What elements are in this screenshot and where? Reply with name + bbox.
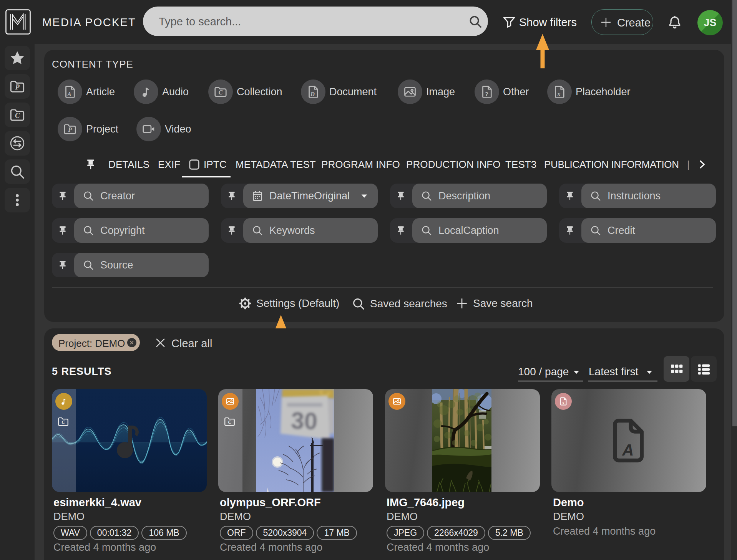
svg-text:C: C [15, 112, 20, 119]
svg-text:A: A [561, 401, 564, 405]
svg-text:C: C [61, 419, 65, 425]
svg-text:C: C [219, 89, 223, 96]
svg-text:P: P [15, 83, 20, 91]
svg-text:A: A [622, 441, 634, 459]
svg-text:x: x [557, 91, 561, 97]
svg-text:?: ? [485, 91, 488, 97]
svg-text:30: 30 [290, 407, 318, 434]
svg-text:D: D [310, 91, 315, 97]
svg-text:A: A [67, 91, 71, 97]
svg-text:P: P [68, 126, 72, 133]
svg-text:C: C [228, 419, 231, 425]
